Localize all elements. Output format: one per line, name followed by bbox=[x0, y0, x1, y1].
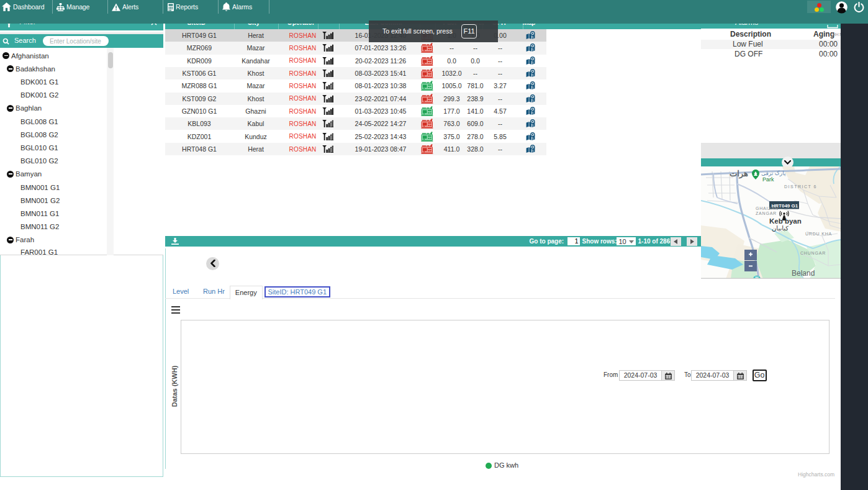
svg-text:URDU KHA: URDU KHA bbox=[805, 232, 832, 236]
svg-text:Park: Park bbox=[762, 176, 774, 183]
svg-text:Keb byan: Keb byan bbox=[769, 217, 802, 225]
svg-text:ZANGAR: ZANGAR bbox=[756, 211, 777, 216]
svg-text:كبابیان: كبابیان bbox=[772, 225, 789, 232]
svg-text:GHAIZAN: GHAIZAN bbox=[756, 206, 779, 211]
svg-text:CHUNGAR: CHUNGAR bbox=[800, 251, 826, 255]
svg-text:DISTRICT 6: DISTRICT 6 bbox=[784, 184, 817, 189]
svg-text:Beland: Beland bbox=[792, 269, 815, 278]
svg-text:هرات: هرات bbox=[730, 169, 748, 179]
svg-text:پارک ترقی: پارک ترقی bbox=[761, 170, 786, 176]
